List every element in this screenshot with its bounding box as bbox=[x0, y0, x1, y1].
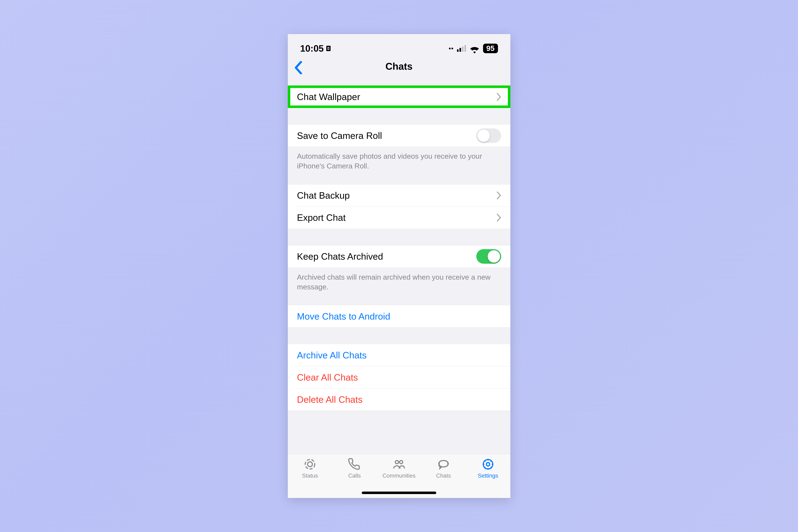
people-icon bbox=[392, 458, 406, 471]
chevron-right-icon bbox=[496, 191, 501, 199]
status-right: 95 bbox=[449, 44, 498, 53]
row-label: Chat Wallpaper bbox=[297, 92, 360, 102]
tab-label: Chats bbox=[436, 472, 451, 479]
spacer bbox=[288, 176, 510, 184]
row-label: Move Chats to Android bbox=[297, 311, 390, 322]
battery-indicator: 95 bbox=[483, 44, 498, 53]
spacer bbox=[288, 77, 510, 86]
cellular-signal-icon bbox=[457, 45, 466, 52]
row-chat-wallpaper[interactable]: Chat Wallpaper bbox=[288, 86, 510, 108]
row-label: Archive All Chats bbox=[297, 350, 367, 361]
row-archive-all-chats[interactable]: Archive All Chats bbox=[288, 344, 510, 366]
phone-frame: 10:05 95 Chats Chat Wallpaper bbox=[288, 34, 510, 498]
gear-icon bbox=[481, 458, 495, 471]
group-keep-archived: Keep Chats Archived bbox=[288, 245, 510, 268]
spacer bbox=[288, 229, 510, 245]
note-save-camera: Automatically save photos and videos you… bbox=[288, 147, 510, 176]
clock: 10:05 bbox=[300, 43, 324, 54]
nav-header: Chats bbox=[288, 56, 510, 77]
note-keep-archived: Archived chats will remain archived when… bbox=[288, 268, 510, 297]
tab-settings[interactable]: Settings bbox=[470, 458, 506, 498]
spacer bbox=[288, 108, 510, 124]
toggle-save-camera-roll[interactable] bbox=[476, 128, 501, 143]
row-save-camera-roll[interactable]: Save to Camera Roll bbox=[288, 125, 510, 147]
group-danger: Archive All Chats Clear All Chats Delete… bbox=[288, 344, 510, 411]
chevron-right-icon bbox=[496, 214, 501, 222]
toggle-knob bbox=[477, 130, 490, 142]
phone-icon bbox=[347, 458, 362, 471]
row-label: Chat Backup bbox=[297, 190, 350, 201]
svg-point-1 bbox=[308, 462, 312, 467]
tab-label: Communities bbox=[382, 472, 416, 479]
tab-label: Calls bbox=[348, 472, 361, 479]
toggle-keep-archived[interactable] bbox=[476, 249, 501, 264]
group-backup: Chat Backup Export Chat bbox=[288, 184, 510, 229]
tab-status[interactable]: Status bbox=[292, 458, 328, 498]
group-wallpaper: Chat Wallpaper bbox=[288, 86, 510, 108]
group-move-android: Move Chats to Android bbox=[288, 305, 510, 327]
dual-sim-icon bbox=[449, 48, 453, 49]
home-indicator[interactable] bbox=[362, 492, 436, 494]
svg-point-4 bbox=[439, 460, 448, 467]
wifi-icon bbox=[470, 45, 479, 52]
group-save-camera: Save to Camera Roll bbox=[288, 124, 510, 147]
chevron-right-icon bbox=[496, 93, 501, 101]
sim-icon bbox=[326, 46, 330, 51]
status-bar: 10:05 95 bbox=[288, 34, 510, 56]
svg-point-5 bbox=[486, 462, 490, 466]
row-export-chat[interactable]: Export Chat bbox=[288, 207, 510, 229]
tab-label: Status bbox=[302, 472, 318, 479]
chevron-left-icon bbox=[294, 61, 302, 74]
row-keep-chats-archived[interactable]: Keep Chats Archived bbox=[288, 245, 510, 268]
row-label: Export Chat bbox=[297, 212, 346, 223]
tab-label: Settings bbox=[478, 472, 498, 479]
toggle-knob bbox=[488, 250, 500, 263]
status-icon bbox=[303, 458, 317, 471]
svg-point-0 bbox=[305, 459, 315, 469]
chat-bubble-icon bbox=[436, 458, 451, 471]
status-left: 10:05 bbox=[300, 43, 330, 54]
page-title: Chats bbox=[385, 61, 413, 72]
row-label: Delete All Chats bbox=[297, 394, 363, 405]
spacer bbox=[288, 327, 510, 344]
tab-bar: Status Calls Communities Chats bbox=[288, 454, 510, 498]
row-move-chats-android[interactable]: Move Chats to Android bbox=[288, 305, 510, 327]
row-clear-all-chats[interactable]: Clear All Chats bbox=[288, 366, 510, 388]
svg-point-6 bbox=[483, 459, 493, 469]
row-delete-all-chats[interactable]: Delete All Chats bbox=[288, 388, 510, 411]
svg-point-2 bbox=[395, 460, 398, 464]
row-label: Clear All Chats bbox=[297, 372, 358, 383]
row-label: Save to Camera Roll bbox=[297, 130, 382, 141]
svg-point-3 bbox=[400, 460, 403, 464]
spacer bbox=[288, 297, 510, 305]
row-label: Keep Chats Archived bbox=[297, 251, 383, 262]
back-button[interactable] bbox=[294, 61, 302, 72]
row-chat-backup[interactable]: Chat Backup bbox=[288, 185, 510, 207]
